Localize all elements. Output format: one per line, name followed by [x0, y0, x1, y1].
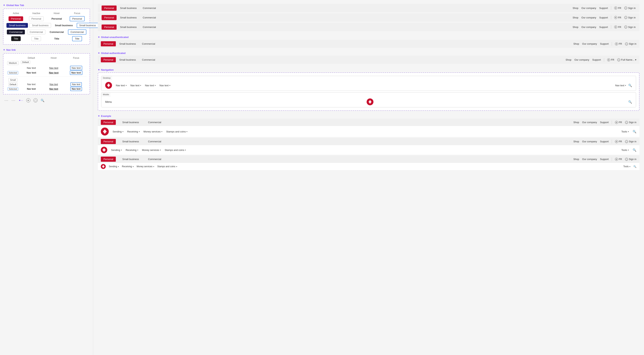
personal-tab-bar1[interactable]: Personal	[102, 6, 116, 11]
fullname-auth[interactable]: ◯ Full Name... ▾	[617, 58, 636, 61]
smallbiz-auth[interactable]: Small business	[116, 57, 138, 62]
money-ex2[interactable]: Money services ▾	[142, 149, 161, 151]
receiving-ex1[interactable]: Receiving ▾	[127, 130, 140, 133]
lang-ex3[interactable]: ⊕ FR	[615, 158, 622, 161]
personal-hover-tab[interactable]: Personal	[49, 17, 64, 21]
title-hover-tab[interactable]: Title	[52, 37, 62, 41]
title-focus-tab[interactable]: Title	[72, 36, 82, 41]
support-ex3[interactable]: Support	[600, 158, 609, 161]
commercial-ex3[interactable]: Commercial	[146, 157, 164, 162]
ourcompany-ex3[interactable]: Our company	[582, 158, 597, 161]
personal-active-tab[interactable]: Personal	[8, 16, 23, 21]
sending-ex1[interactable]: Sending ▾	[112, 130, 124, 133]
commercial-ex2[interactable]: Commercial	[146, 139, 164, 144]
commercial-unauth[interactable]: Commercial	[139, 41, 158, 46]
money-ex3[interactable]: Money services ▾	[137, 165, 154, 168]
shop-unauth[interactable]: Shop	[573, 42, 579, 45]
signin-ex2[interactable]: ◯ Sign in	[625, 140, 636, 143]
support-ex1[interactable]: Support	[600, 121, 609, 124]
lang-bar3[interactable]: ⊕ FR	[614, 26, 621, 29]
personal-inactive-tab[interactable]: Personal	[29, 16, 44, 21]
small-selected-focus[interactable]: Nav text	[70, 87, 82, 91]
personal-ex2[interactable]: Personal	[101, 139, 116, 144]
money-ex1[interactable]: Money services ▾	[144, 130, 162, 133]
ourcompany-ex1[interactable]: Our company	[582, 121, 597, 124]
commercial-tab-bar3[interactable]: Commercial	[140, 25, 158, 30]
ourcompany-unauth[interactable]: Our company	[582, 42, 597, 45]
smallbiz-inactive-tab[interactable]: Small business	[30, 23, 51, 28]
commercial-tab-bar2[interactable]: Commercial	[140, 15, 158, 20]
ourcompany-auth[interactable]: Our company	[574, 58, 589, 61]
stamps-ex1[interactable]: Stamps and coins ▾	[166, 130, 188, 133]
smallbiz-ex3[interactable]: Small business	[120, 157, 142, 162]
title-inactive-tab[interactable]: Title	[32, 36, 41, 41]
nav-item-right[interactable]: Nav text ▾	[615, 84, 626, 87]
receiving-ex3[interactable]: Receiving ▾	[122, 165, 134, 168]
signin-bar3[interactable]: ◯ Sign in	[624, 26, 636, 29]
signin-bar1[interactable]: ◯ Sign in	[624, 7, 636, 10]
support-ex2[interactable]: Support	[600, 140, 609, 143]
lang-bar1[interactable]: ⊕ FR	[614, 7, 621, 10]
nav-item-1[interactable]: Nav text ▾	[116, 84, 127, 87]
personal-auth[interactable]: Personal	[101, 57, 116, 62]
commercial-ex1[interactable]: Commercial	[146, 120, 164, 125]
commercial-auth[interactable]: Commercial	[139, 57, 158, 62]
shop-ex2[interactable]: Shop	[573, 140, 579, 143]
smallbiz-ex2[interactable]: Small business	[120, 139, 142, 144]
lang-bar2[interactable]: ⊕ FR	[614, 16, 621, 19]
signin-ex1[interactable]: ◯ Sign in	[625, 121, 636, 124]
commercial-tab-bar1[interactable]: Commercial	[140, 6, 158, 11]
personal-unauth[interactable]: Personal	[101, 41, 116, 46]
shop-ex1[interactable]: Shop	[573, 121, 579, 124]
medium-selected-focus[interactable]: Nav text	[70, 71, 82, 75]
stamps-ex3[interactable]: Stamps and coins ▾	[157, 165, 177, 168]
commercial-focus-tab[interactable]: Commercial	[68, 30, 86, 35]
signin-ex3[interactable]: ◯ Sign in	[625, 158, 636, 161]
signin-bar2[interactable]: ◯ Sign in	[624, 16, 636, 19]
sending-ex3[interactable]: Sending ▾	[109, 165, 119, 168]
shop-auth[interactable]: Shop	[566, 58, 571, 61]
support-unauth[interactable]: Support	[600, 42, 609, 45]
ourcompany-ex2[interactable]: Our company	[582, 140, 597, 143]
commercial-active-tab[interactable]: Commercial	[7, 30, 25, 34]
stamps-ex2[interactable]: Stamps and coins ▾	[164, 149, 186, 151]
sending-ex2[interactable]: Sending ▾	[111, 149, 122, 151]
personal-ex3[interactable]: Personal	[101, 157, 116, 162]
personal-ex1[interactable]: Personal	[101, 120, 116, 125]
tools-ex3[interactable]: Tools ▾	[623, 165, 630, 168]
title-active-tab[interactable]: Title	[11, 36, 21, 41]
ourcompany-link-bar3[interactable]: Our company	[581, 26, 596, 29]
shop-link-bar1[interactable]: Shop	[572, 7, 578, 10]
personal-tab-bar3[interactable]: Personal	[102, 25, 116, 30]
smallbiz-tab-bar1[interactable]: Small business	[117, 6, 139, 11]
search-ex3[interactable]: 🔍	[633, 165, 636, 168]
shop-link-bar3[interactable]: Shop	[572, 26, 578, 29]
nav-item-4[interactable]: Nav text ▾	[160, 84, 170, 87]
nav-item-3[interactable]: Nav text ▾	[145, 84, 156, 87]
support-link-bar3[interactable]: Support	[599, 26, 608, 29]
receiving-ex2[interactable]: Receiving ▾	[126, 149, 138, 151]
search-icon-bottom[interactable]: 🔍	[41, 99, 44, 102]
smallbiz-tab-bar3[interactable]: Small business	[117, 25, 139, 30]
signin-unauth[interactable]: ◯ Sign in	[625, 42, 636, 46]
search-ex2[interactable]: 🔍	[632, 148, 636, 152]
support-link-bar1[interactable]: Support	[599, 7, 608, 10]
ourcompany-link-bar2[interactable]: Our company	[581, 16, 596, 19]
lang-ex1[interactable]: ⊕ FR	[615, 121, 622, 124]
tools-ex1[interactable]: Tools ▾	[622, 130, 629, 133]
lang-unauth[interactable]: ⊕ FR	[615, 42, 622, 46]
tools-ex2[interactable]: Tools ▾	[622, 149, 629, 151]
search-icon-nav[interactable]: 🔍	[628, 84, 632, 87]
smallbiz-hover-tab[interactable]: Small business	[52, 23, 75, 28]
smallbiz-tab-bar2[interactable]: Small business	[117, 15, 139, 20]
commercial-hover-tab[interactable]: Commercial	[48, 30, 66, 34]
personal-tab-bar2[interactable]: Personal	[102, 15, 116, 20]
nav-item-2[interactable]: Nav text ▾	[130, 84, 141, 87]
lang-ex2[interactable]: ⊕ FR	[615, 140, 622, 143]
mobile-menu-text[interactable]: Menu	[105, 100, 112, 103]
smallbiz-unauth[interactable]: Small business	[116, 41, 138, 46]
search-icon-mobile[interactable]: 🔍	[628, 100, 632, 104]
support-link-bar2[interactable]: Support	[599, 16, 608, 19]
medium-default-focus[interactable]: Nav text	[70, 66, 82, 70]
smallbiz-ex1[interactable]: Small business	[120, 120, 142, 125]
